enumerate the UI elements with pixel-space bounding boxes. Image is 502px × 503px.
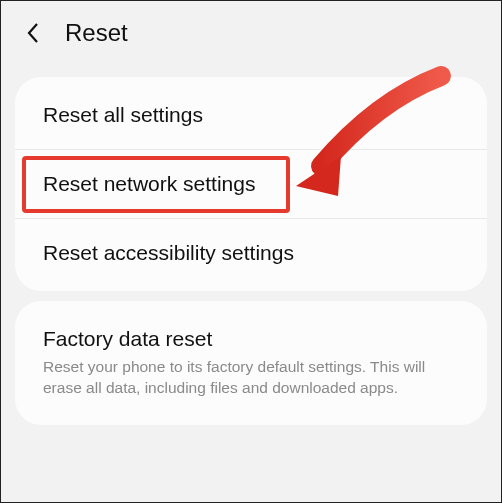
reset-network-settings-item[interactable]: Reset network settings — [15, 150, 487, 219]
list-item-subtitle: Reset your phone to its factory default … — [43, 357, 459, 399]
factory-reset-card: Factory data reset Reset your phone to i… — [15, 301, 487, 425]
header-bar: Reset — [1, 1, 501, 67]
list-item-label: Reset all settings — [43, 103, 459, 127]
reset-accessibility-settings-item[interactable]: Reset accessibility settings — [15, 219, 487, 287]
factory-data-reset-item[interactable]: Factory data reset Reset your phone to i… — [15, 305, 487, 421]
reset-options-card: Reset all settings Reset network setting… — [15, 77, 487, 291]
back-icon[interactable] — [21, 21, 45, 45]
list-item-label: Factory data reset — [43, 327, 459, 351]
list-item-label: Reset accessibility settings — [43, 241, 459, 265]
list-item-label: Reset network settings — [43, 172, 459, 196]
reset-all-settings-item[interactable]: Reset all settings — [15, 81, 487, 150]
page-title: Reset — [65, 19, 128, 47]
